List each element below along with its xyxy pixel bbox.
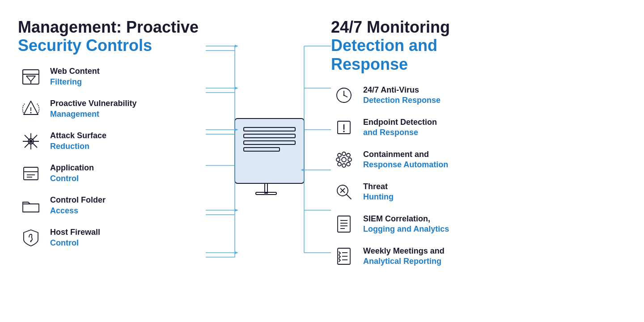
- svg-marker-40: [235, 209, 238, 212]
- right-item-weekly-meetings: Weekly Meetings and Analytical Reporting: [331, 241, 519, 272]
- center-connector: [206, 13, 331, 309]
- attack-surface-text: Attack Surface Reduction: [50, 131, 106, 152]
- svg-rect-22: [265, 183, 267, 193]
- svg-point-72: [348, 158, 352, 161]
- threat-hunting-line1: Threat: [363, 182, 394, 192]
- svg-marker-3: [26, 76, 35, 81]
- antivirus-line1: 24/7 Anti-Virus: [363, 85, 441, 95]
- threat-hunting-icon: [331, 179, 357, 205]
- left-title-dark: Management: Proactive: [18, 18, 206, 36]
- right-item-antivirus: 24/7 Anti-Virus Detection Response: [331, 80, 519, 111]
- control-folder-line2: Access: [50, 206, 106, 216]
- web-content-filtering-line2: Filtering: [50, 77, 100, 87]
- right-title-dark: 24/7 Monitoring: [331, 18, 519, 36]
- svg-point-6: [30, 112, 32, 113]
- svg-point-71: [336, 158, 340, 161]
- application-control-line2: Control: [50, 174, 94, 184]
- right-item-containment: Containment and Response Automation: [331, 144, 519, 175]
- attack-surface-line2: Reduction: [50, 141, 106, 152]
- left-title-blue: Security Controls: [18, 36, 206, 55]
- left-item-web-content-filtering: Web Content Filtering: [18, 61, 206, 93]
- svg-point-76: [347, 162, 350, 166]
- left-item-attack-surface: Attack Surface Reduction: [18, 126, 206, 157]
- svg-point-64: [343, 95, 345, 96]
- svg-marker-44: [235, 251, 238, 254]
- left-item-proactive-vulnerability: Proactive Vulnerability Management: [18, 93, 206, 125]
- svg-point-75: [338, 162, 341, 166]
- containment-icon: [331, 147, 357, 173]
- left-panel: Management: Proactive Security Controls …: [18, 13, 206, 254]
- svg-point-16: [30, 241, 32, 242]
- svg-point-70: [342, 164, 346, 167]
- siem-icon: [331, 211, 357, 237]
- endpoint-detection-line1: Endpoint Detection: [363, 117, 437, 127]
- left-item-control-folder: Control Folder Access: [18, 190, 206, 221]
- right-items-list: 24/7 Anti-Virus Detection Response Endpo…: [331, 80, 519, 272]
- application-control-line1: Application: [50, 163, 94, 173]
- application-control-icon: [18, 161, 44, 186]
- right-item-threat-hunting: Threat Hunting: [331, 176, 519, 208]
- antivirus-icon: [331, 82, 357, 108]
- containment-text: Containment and Response Automation: [363, 149, 448, 170]
- control-folder-line1: Control Folder: [50, 195, 106, 205]
- endpoint-detection-line2: and Response: [363, 127, 437, 138]
- weekly-meetings-text: Weekly Meetings and Analytical Reporting: [363, 246, 445, 267]
- svg-line-78: [347, 195, 351, 199]
- right-title-blue: Detection and Response: [331, 36, 519, 73]
- application-control-text: Application Control: [50, 163, 94, 184]
- main-layout: Management: Proactive Security Controls …: [18, 13, 626, 309]
- web-content-filtering-icon: [18, 64, 44, 90]
- proactive-vulnerability-icon: [18, 96, 44, 122]
- weekly-meetings-icon: [331, 243, 357, 269]
- siem-line2: Logging and Analytics: [363, 224, 449, 234]
- right-panel: 24/7 Monitoring Detection and Response 2…: [331, 13, 519, 272]
- containment-line1: Containment and: [363, 149, 448, 160]
- control-folder-text: Control Folder Access: [50, 195, 106, 216]
- weekly-meetings-line2: Analytical Reporting: [363, 256, 445, 267]
- antivirus-line2: Detection Response: [363, 95, 441, 106]
- connector-svg: [206, 13, 331, 309]
- antivirus-text: 24/7 Anti-Virus Detection Response: [363, 85, 441, 106]
- svg-point-68: [342, 157, 346, 162]
- svg-point-67: [343, 131, 345, 132]
- host-firewall-text: Host Firewall Control: [50, 227, 100, 248]
- endpoint-detection-text: Endpoint Detection and Response: [363, 117, 437, 138]
- svg-point-69: [342, 152, 346, 156]
- host-firewall-icon: [18, 225, 44, 251]
- svg-point-73: [338, 153, 341, 157]
- left-items-list: Web Content Filtering Proactive Vulnerab…: [18, 61, 206, 254]
- control-folder-icon: [18, 193, 44, 219]
- attack-surface-line1: Attack Surface: [50, 131, 106, 141]
- web-content-filtering-text: Web Content Filtering: [50, 66, 100, 87]
- page: Management: Proactive Security Controls …: [0, 0, 644, 322]
- left-item-application-control: Application Control: [18, 158, 206, 189]
- containment-line2: Response Automation: [363, 160, 448, 170]
- host-firewall-line2: Control: [50, 238, 100, 248]
- threat-hunting-text: Threat Hunting: [363, 182, 394, 203]
- svg-point-74: [347, 153, 350, 157]
- siem-text: SIEM Correlation, Logging and Analytics: [363, 214, 449, 235]
- endpoint-detection-icon: [331, 114, 357, 140]
- svg-rect-81: [338, 216, 350, 232]
- svg-marker-26: [235, 45, 238, 47]
- right-item-siem: SIEM Correlation, Logging and Analytics: [331, 208, 519, 240]
- proactive-vulnerability-line1: Proactive Vulnerability: [50, 98, 136, 109]
- threat-hunting-line2: Hunting: [363, 192, 394, 202]
- svg-rect-12: [24, 167, 38, 180]
- siem-line1: SIEM Correlation,: [363, 214, 449, 224]
- left-item-host-firewall: Host Firewall Control: [18, 222, 206, 254]
- web-content-filtering-line1: Web Content: [50, 66, 100, 76]
- right-item-endpoint-detection: Endpoint Detection and Response: [331, 112, 519, 143]
- host-firewall-line1: Host Firewall: [50, 227, 100, 237]
- weekly-meetings-line1: Weekly Meetings and: [363, 246, 445, 256]
- attack-surface-icon: [18, 128, 44, 154]
- svg-marker-30: [235, 87, 238, 89]
- proactive-vulnerability-line2: Management: [50, 109, 136, 119]
- proactive-vulnerability-text: Proactive Vulnerability Management: [50, 98, 136, 119]
